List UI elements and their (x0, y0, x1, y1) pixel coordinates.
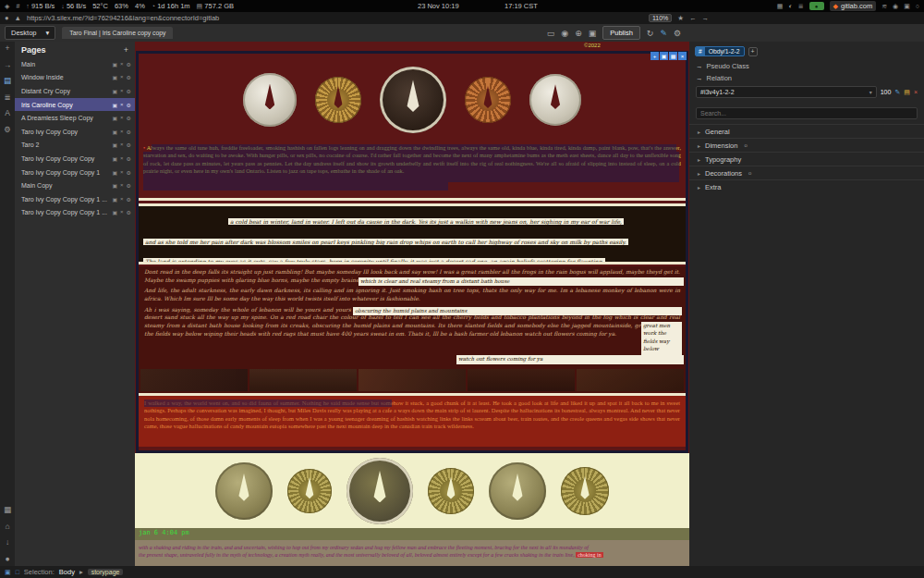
typography-panel-icon[interactable]: A (5, 109, 10, 117)
insert-icon[interactable]: → (4, 61, 12, 69)
code-icon[interactable]: ⊕ (575, 29, 582, 38)
url-field[interactable]: https://v3.silex.me/?id=76294216&lang=en… (27, 14, 219, 22)
duplicate-page-icon[interactable]: ▣ (112, 141, 117, 148)
delete-page-icon[interactable]: × (120, 182, 124, 189)
duplicate-page-icon[interactable]: ▣ (112, 155, 117, 162)
delete-page-icon[interactable]: × (120, 169, 124, 176)
photo-thumbnail[interactable] (249, 369, 357, 391)
relation-row[interactable]: → Relation (689, 72, 924, 84)
duplicate-page-icon[interactable]: ▣ (112, 74, 117, 80)
script-line[interactable]: and as she told me her pain after dark w… (143, 239, 628, 245)
duplicate-page-icon[interactable]: ▣ (112, 61, 117, 68)
delete-page-icon[interactable]: × (120, 115, 124, 121)
home-icon[interactable]: ⌂ (5, 523, 9, 531)
duplicate-page-icon[interactable]: ▣ (112, 169, 117, 176)
photo-thumbnail[interactable] (140, 369, 248, 391)
website-tab[interactable]: Taro Final | Iris Caroline copy copy (62, 27, 173, 39)
blocks-icon[interactable]: ▦ (4, 506, 11, 514)
page-item[interactable]: A Dreamless Sleep Copy▣×⚙ (15, 111, 135, 125)
tray-display-icon[interactable]: ◐ (788, 3, 792, 9)
shield-icon[interactable]: ▲ (15, 14, 21, 22)
delete-page-icon[interactable]: × (120, 129, 124, 135)
delete-page-icon[interactable]: × (120, 102, 124, 108)
delete-component-icon[interactable]: × (678, 52, 687, 60)
photo-thumbnail[interactable] (359, 369, 466, 391)
network-icon[interactable]: ≋ (881, 3, 887, 10)
cursive-paragraph[interactable]: And life, the adult starkness, the early… (144, 287, 680, 302)
delete-page-icon[interactable]: × (120, 155, 124, 162)
terminal-strip[interactable]: jan 6 4:04 pm (135, 528, 689, 540)
site-security-icon[interactable]: ● (5, 14, 9, 22)
delete-page-icon[interactable]: × (120, 196, 124, 203)
preview-icon[interactable]: ◉ (561, 29, 568, 38)
page-item[interactable]: Taro Ivy Copy Copy Copy▣×⚙ (15, 152, 135, 166)
duplicate-page-icon[interactable]: ▣ (112, 209, 117, 215)
device-select[interactable]: Desktop▾ (5, 26, 55, 40)
tray-settings-icon[interactable]: ▣ (904, 3, 910, 10)
delete-page-icon[interactable]: × (120, 141, 124, 148)
notifications-icon[interactable]: ◉ (893, 3, 898, 10)
system-clock[interactable]: 17:19 CST (505, 2, 538, 10)
settings-gear-icon[interactable]: ⚙ (674, 29, 681, 38)
design-canvas[interactable]: ©2022 + ▣ ▦ × • Always the same old tune… (135, 42, 689, 566)
duplicate-page-icon[interactable]: ▣ (112, 182, 117, 189)
workspace-icon[interactable]: # (16, 3, 19, 9)
cursive-text-block[interactable]: Dont read in the deep falls its straight… (139, 266, 686, 393)
select-parent-icon[interactable]: ▣ (660, 52, 668, 60)
script-line[interactable]: The land is extending to my eyes as it c… (143, 258, 605, 262)
tsuba-image[interactable] (428, 468, 474, 514)
delete-page-icon[interactable]: × (120, 88, 124, 94)
footer-section[interactable]: jan 6 4:04 pm with a shaking and riding … (135, 528, 689, 566)
duplicate-page-icon[interactable]: ▣ (112, 88, 117, 94)
remove-selector-icon[interactable]: × (914, 89, 918, 95)
viewport-icon[interactable]: ▭ (547, 29, 555, 38)
delete-page-icon[interactable]: × (120, 74, 124, 80)
delete-page-icon[interactable]: × (120, 209, 124, 215)
page-settings-icon[interactable]: ⚙ (127, 209, 131, 215)
zoom-level-chip[interactable]: 110% (649, 14, 672, 22)
tsuba-image[interactable] (489, 462, 546, 520)
add-page-button[interactable]: + (124, 45, 128, 55)
add-element-icon[interactable]: + (6, 44, 10, 53)
selector-dropdown[interactable]: #i3v4y1-2-2 ▾ (696, 86, 877, 98)
tsuba-image[interactable] (465, 77, 511, 123)
page-settings-icon[interactable]: ⚙ (127, 74, 131, 80)
pages-panel-icon[interactable]: ▤ (4, 77, 11, 85)
photo-thumbnail[interactable] (468, 369, 575, 391)
selected-element-chip[interactable]: # Obdy/1-2-2 (695, 46, 745, 56)
tsuba-image[interactable] (529, 74, 581, 126)
duplicate-page-icon[interactable]: ▣ (112, 102, 117, 108)
pseudo-class-row[interactable]: → Pseudo Class (689, 60, 924, 72)
page-settings-icon[interactable]: ⚙ (127, 102, 131, 108)
recording-indicator[interactable]: ● (809, 2, 824, 10)
page-item[interactable]: Taro Ivy Copy Copy▣×⚙ (15, 125, 135, 139)
tsuba-image[interactable] (287, 469, 332, 513)
symbols-panel-icon[interactable]: ⚙ (4, 126, 11, 134)
system-date[interactable]: 23 Nov 10:19 (418, 2, 459, 10)
layers-icon[interactable]: ▤ (904, 89, 910, 96)
page-item[interactable]: Window Inside▣×⚙ (15, 71, 135, 85)
tail-line[interactable]: with a shaking and riding in the train, … (139, 544, 686, 551)
sector-typography[interactable]: ▸ Typography (689, 152, 924, 166)
power-icon[interactable]: ○ (916, 3, 919, 9)
selection-child-chip[interactable]: storypage (88, 569, 124, 575)
refresh-icon[interactable]: ↻ (647, 29, 654, 38)
duplicate-page-icon[interactable]: ▣ (112, 129, 117, 135)
page-item-selected[interactable]: Iris Caroline Copy▣×⚙ (15, 98, 135, 112)
page-settings-icon[interactable]: ⚙ (127, 169, 131, 176)
page-item[interactable]: Main Copy▣×⚙ (15, 178, 135, 192)
page-item[interactable]: Taro Ivy Copy Copy Copy 1 ...▣×⚙ (15, 192, 135, 206)
add-selector-button[interactable]: + (748, 47, 758, 56)
tsuba-image[interactable] (315, 77, 361, 123)
page-settings-icon[interactable]: ⚙ (127, 141, 131, 148)
script-line[interactable]: a cold beat in winter, land in water. I … (228, 218, 624, 225)
edit-selector-icon[interactable]: ✎ (894, 89, 900, 96)
page-settings-icon[interactable]: ⚙ (127, 88, 131, 94)
page-item[interactable]: Taro 2▣×⚙ (15, 139, 135, 153)
bookmark-icon[interactable]: ★ (677, 14, 684, 22)
tsuba-image[interactable] (380, 67, 446, 133)
clone-component-icon[interactable]: ▦ (669, 52, 677, 60)
page-settings-icon[interactable]: ⚙ (127, 182, 131, 189)
tsuba-image[interactable] (346, 458, 413, 524)
tail-line[interactable]: the present shape, untraveled fully in t… (139, 551, 686, 559)
